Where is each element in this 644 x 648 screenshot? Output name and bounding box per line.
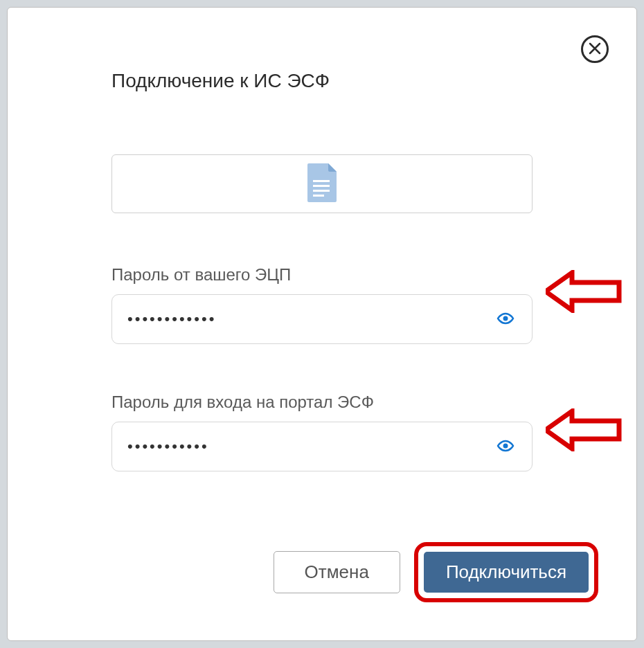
svg-rect-2: [313, 190, 330, 192]
connect-button[interactable]: Подключиться: [424, 552, 589, 593]
ecp-password-label: Пароль от вашего ЭЦП: [111, 265, 533, 285]
connect-dialog: Подключение к ИС ЭСФ Пароль от вашего ЭЦ…: [7, 7, 637, 641]
button-row: Отмена Подключиться: [274, 542, 598, 602]
ecp-password-group: Пароль от вашего ЭЦП: [111, 265, 533, 344]
portal-password-label: Пароль для входа на портал ЭСФ: [111, 393, 533, 412]
svg-point-5: [503, 443, 508, 448]
close-button[interactable]: [581, 35, 609, 63]
svg-rect-1: [313, 185, 330, 187]
portal-show-password-button[interactable]: [494, 438, 517, 455]
annotation-arrow-1: [546, 270, 622, 313]
annotation-arrow-2: [546, 408, 622, 451]
file-upload-zone[interactable]: [111, 154, 533, 213]
ecp-show-password-button[interactable]: [494, 311, 517, 327]
portal-password-group: Пароль для входа на портал ЭСФ: [111, 393, 533, 471]
svg-rect-3: [313, 195, 324, 197]
svg-rect-0: [313, 180, 330, 182]
eye-icon: [497, 312, 515, 327]
file-icon: [305, 162, 339, 206]
dialog-title: Подключение к ИС ЭСФ: [111, 70, 533, 92]
close-icon: [589, 42, 601, 57]
portal-password-input[interactable]: [127, 438, 494, 456]
cancel-button[interactable]: Отмена: [274, 551, 400, 593]
svg-point-4: [503, 316, 508, 321]
ecp-password-input-wrap: [111, 294, 533, 344]
portal-password-input-wrap: [111, 422, 533, 471]
eye-icon: [497, 440, 515, 454]
connect-button-highlight: Подключиться: [414, 542, 598, 602]
ecp-password-input[interactable]: [127, 310, 494, 328]
